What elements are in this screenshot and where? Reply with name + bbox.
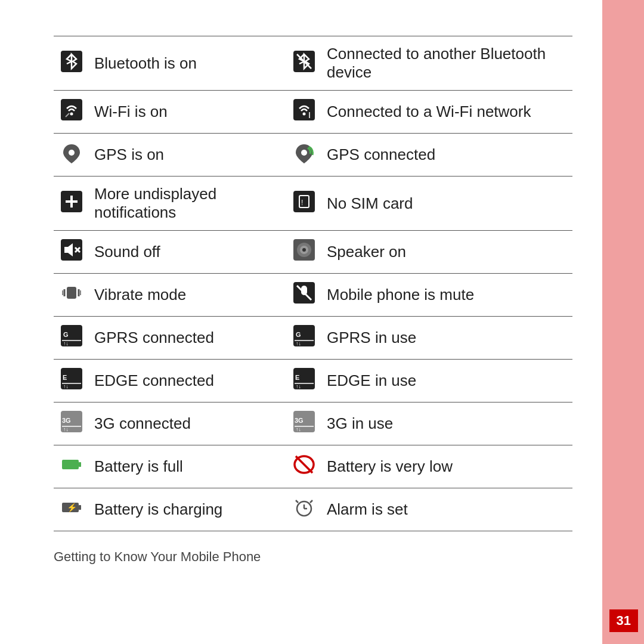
- table-row: ⚡ Battery is charging Alarm is set: [54, 488, 572, 531]
- icon-right: G↑↓: [286, 317, 322, 360]
- icon-left: G↑↓: [54, 317, 89, 360]
- table-row: More undisplayed notifications ! No SIM …: [54, 177, 572, 231]
- label-right: Battery is very low: [322, 445, 572, 488]
- icon-right: [286, 274, 322, 317]
- svg-text:3G: 3G: [295, 417, 304, 424]
- svg-text:↑↓: ↑↓: [296, 340, 301, 346]
- page-number: 31: [609, 609, 638, 632]
- table-row: Vibrate mode Mobile phone is mute: [54, 274, 572, 317]
- label-right: GPS connected: [322, 134, 572, 177]
- icon-right: [286, 36, 322, 91]
- icon-right: [286, 445, 322, 488]
- icon-left: [54, 177, 89, 231]
- icon-left: [54, 91, 89, 134]
- label-right: Alarm is set: [322, 488, 572, 531]
- label-left: Wi-Fi is on: [89, 91, 286, 134]
- label-right: Speaker on: [322, 231, 572, 274]
- label-left: Sound off: [89, 231, 286, 274]
- svg-text:E: E: [63, 374, 67, 381]
- svg-point-10: [69, 150, 75, 156]
- svg-rect-15: [293, 191, 315, 212]
- page-container: Bluetooth is on Connected to another Blu…: [0, 0, 602, 644]
- icon-left: [54, 231, 89, 274]
- label-left: EDGE connected: [89, 360, 286, 402]
- icon-right: 3G↑↓: [286, 402, 322, 445]
- svg-rect-26: [67, 287, 76, 299]
- label-left: More undisplayed notifications: [89, 177, 286, 231]
- label-left: 3G connected: [89, 402, 286, 445]
- svg-text:!: !: [301, 199, 303, 207]
- svg-text:↑↓: ↑↓: [63, 340, 69, 346]
- icon-left: ⚡: [54, 488, 89, 531]
- table-row: GPS is on GPS connected: [54, 134, 572, 177]
- label-right: Connected to another Bluetooth device: [322, 36, 572, 91]
- svg-rect-8: [308, 111, 314, 119]
- label-left: Bluetooth is on: [89, 36, 286, 91]
- table-row: 3G↑↓ 3G connected 3G↑↓ 3G in use: [54, 402, 572, 445]
- icon-right: [286, 91, 322, 134]
- label-left: Battery is charging: [89, 488, 286, 531]
- icon-right: [286, 488, 322, 531]
- status-icons-table: Bluetooth is on Connected to another Blu…: [54, 36, 572, 531]
- svg-point-11: [301, 150, 307, 156]
- label-right: No SIM card: [322, 177, 572, 231]
- icon-left: [54, 445, 89, 488]
- table-row: Battery is full Battery is very low: [54, 445, 572, 488]
- table-row: Bluetooth is on Connected to another Blu…: [54, 36, 572, 91]
- table-row: Wi-Fi is on Connected to a Wi-Fi network: [54, 91, 572, 134]
- footer-text: Getting to Know Your Mobile Phone: [54, 549, 572, 565]
- svg-text:↑↓: ↑↓: [296, 383, 301, 389]
- svg-point-4: [70, 113, 73, 116]
- icon-right: !: [286, 177, 322, 231]
- svg-text:G: G: [296, 331, 301, 338]
- icon-left: 3G↑↓: [54, 402, 89, 445]
- icon-right: E↑↓: [286, 360, 322, 402]
- icon-left: [54, 134, 89, 177]
- icon-right: [286, 231, 322, 274]
- svg-line-69: [310, 500, 312, 503]
- svg-rect-63: [79, 505, 81, 510]
- svg-text:↑↓: ↑↓: [296, 426, 301, 432]
- table-row: Sound off Speaker on: [54, 231, 572, 274]
- svg-rect-59: [79, 462, 81, 467]
- svg-rect-58: [62, 460, 79, 469]
- svg-point-25: [302, 248, 306, 252]
- svg-text:↑↓: ↑↓: [63, 383, 69, 389]
- label-left: GPRS connected: [89, 317, 286, 360]
- label-right: GPRS in use: [322, 317, 572, 360]
- icon-left: [54, 36, 89, 91]
- label-right: 3G in use: [322, 402, 572, 445]
- label-left: Vibrate mode: [89, 274, 286, 317]
- svg-point-7: [303, 113, 306, 116]
- right-sidebar: 31: [602, 0, 644, 644]
- svg-text:G: G: [63, 331, 69, 338]
- label-left: GPS is on: [89, 134, 286, 177]
- table-row: E↑↓ EDGE connected E↑↓ EDGE in use: [54, 360, 572, 402]
- icon-left: [54, 274, 89, 317]
- label-right: EDGE in use: [322, 360, 572, 402]
- icon-left: E↑↓: [54, 360, 89, 402]
- label-left: Battery is full: [89, 445, 286, 488]
- svg-text:↑↓: ↑↓: [63, 426, 69, 432]
- table-row: G↑↓ GPRS connected G↑↓ GPRS in use: [54, 317, 572, 360]
- svg-text:⚡: ⚡: [67, 503, 78, 513]
- svg-text:3G: 3G: [62, 417, 71, 424]
- icon-right: [286, 134, 322, 177]
- svg-text:E: E: [295, 374, 299, 381]
- svg-line-68: [296, 500, 298, 503]
- label-right: Connected to a Wi-Fi network: [322, 91, 572, 134]
- label-right: Mobile phone is mute: [322, 274, 572, 317]
